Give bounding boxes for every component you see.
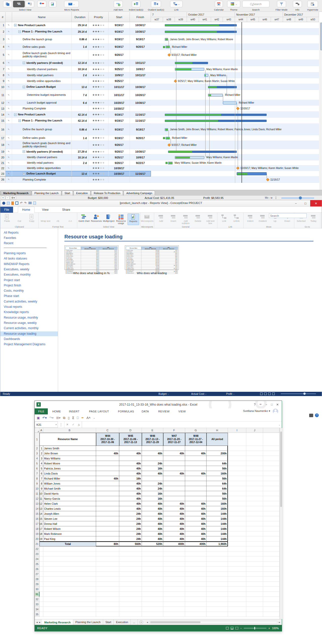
cell-empty[interactable] xyxy=(43,597,96,602)
new-doc-icon[interactable]: ▯ xyxy=(68,416,70,420)
row-header-1[interactable]: 1 xyxy=(35,433,39,446)
cell-empty[interactable] xyxy=(263,567,279,572)
column-header-start[interactable]: Start xyxy=(109,12,130,22)
ribbon-item-indent[interactable]: Indent xyxy=(245,213,256,225)
column-header-D[interactable]: D xyxy=(119,428,142,433)
cell-empty[interactable] xyxy=(263,506,279,511)
cell-resource-index[interactable]: 2 xyxy=(39,451,43,456)
cell-empty[interactable] xyxy=(228,481,246,486)
cell-hours[interactable]: 16h xyxy=(142,496,163,501)
task-row[interactable]: 22 ✎ Identify online opportunities ★★★★★… xyxy=(0,165,151,171)
row-header-18[interactable]: 18 xyxy=(35,526,39,531)
find-binoculars-icon[interactable] xyxy=(309,414,313,417)
undo-icon[interactable]: ↶▾ xyxy=(42,416,47,420)
cell-hours[interactable]: 24h xyxy=(119,511,142,516)
cell-total-hours[interactable]: 80h xyxy=(96,541,119,546)
cell-empty[interactable] xyxy=(228,536,246,541)
cell-empty[interactable] xyxy=(246,592,263,597)
task-row[interactable]: 13 ✎ Planning Complete ★★★★★ 10/30/17 xyxy=(0,106,151,112)
cell-hours[interactable] xyxy=(96,526,119,531)
cell-empty[interactable] xyxy=(142,602,163,607)
cell-resource-index[interactable]: 14 xyxy=(39,511,43,516)
task-row[interactable]: 6 ✎ −Identify partners (if needed) 12.14… xyxy=(0,60,151,66)
gantt-bar[interactable] xyxy=(175,68,204,71)
cell-empty[interactable] xyxy=(228,496,246,501)
collapse-toggle[interactable]: − xyxy=(23,86,25,88)
cell-hours[interactable] xyxy=(96,466,119,471)
ribbon-item-cut[interactable]: Cut xyxy=(14,213,25,225)
cell-empty[interactable] xyxy=(246,541,263,546)
column-header-B[interactable]: B xyxy=(43,428,96,433)
excel-tab-home[interactable]: HOME xyxy=(50,408,63,414)
filter-mode-button[interactable] xyxy=(277,1,286,7)
cell-hours[interactable] xyxy=(207,446,228,451)
cell-empty[interactable] xyxy=(142,612,163,617)
gantt-bar[interactable] xyxy=(165,128,168,131)
cell-empty[interactable] xyxy=(246,433,263,446)
cell-empty[interactable] xyxy=(119,556,142,562)
sidebar-item-current-activities-weekly[interactable]: Current activities, weekly xyxy=(4,299,56,304)
ribbon-tab-share[interactable]: Share xyxy=(58,207,74,213)
cell-empty[interactable] xyxy=(263,433,279,446)
cell-empty[interactable] xyxy=(119,592,142,597)
help-icon[interactable]: ? xyxy=(254,403,256,406)
cell-hours[interactable]: 40h xyxy=(185,501,207,506)
cell-empty[interactable] xyxy=(163,592,185,597)
row-header-8[interactable]: 8 xyxy=(35,476,39,481)
cell-hours[interactable]: 16h xyxy=(119,476,142,481)
cell-empty[interactable] xyxy=(263,516,279,521)
cell-empty[interactable] xyxy=(228,456,246,461)
cell-empty[interactable] xyxy=(43,607,96,612)
ribbon-item-resources[interactable]: Resources xyxy=(91,213,102,225)
cell-empty[interactable] xyxy=(207,562,228,567)
cell-resource-index[interactable]: 12 xyxy=(39,501,43,506)
cell-empty[interactable] xyxy=(207,597,228,602)
cell-hours[interactable] xyxy=(96,501,119,506)
collapse-toggle[interactable]: − xyxy=(18,119,21,122)
row-header-13[interactable]: 13 xyxy=(35,501,39,506)
edit-icon[interactable]: ✎ xyxy=(6,22,12,28)
gantt-bar[interactable] xyxy=(204,74,208,77)
cell-hours[interactable]: 24h xyxy=(142,481,163,486)
sidebar-item-project-finish[interactable]: Project finish xyxy=(4,283,56,288)
task-row[interactable]: 11 ✎ Determine budget requirements 7 d ★… xyxy=(0,90,151,100)
sidebar-item-all-tasks-statuses[interactable]: All tasks statuses xyxy=(4,256,56,261)
row-header-21[interactable]: 21 xyxy=(35,541,39,546)
cell-resource-name[interactable]: William Jones xyxy=(43,481,96,486)
cell-empty[interactable] xyxy=(263,446,279,451)
row-header-10[interactable]: 10 xyxy=(35,486,39,491)
cell-empty[interactable] xyxy=(263,562,279,567)
cell-empty[interactable] xyxy=(96,612,119,617)
cell-empty[interactable] xyxy=(246,521,263,526)
select-view-gantt-button[interactable] xyxy=(13,1,25,7)
cell-total-hours[interactable]: 400h xyxy=(163,541,185,546)
cell-empty[interactable] xyxy=(207,567,228,572)
cell-empty[interactable] xyxy=(246,451,263,456)
collapse-toggle[interactable]: − xyxy=(14,113,17,116)
cell-resource-name[interactable]: James Smith xyxy=(43,446,96,451)
page-tab-planning-the-launch[interactable]: Planning the Launch xyxy=(32,191,61,195)
row-header-15[interactable]: 15 xyxy=(35,511,39,516)
cell-empty[interactable] xyxy=(142,567,163,572)
cell-empty[interactable] xyxy=(39,556,43,562)
cell-empty[interactable] xyxy=(39,567,43,572)
cell-empty[interactable] xyxy=(43,577,96,582)
cell-empty[interactable] xyxy=(43,587,96,592)
cell-empty[interactable] xyxy=(228,592,246,597)
task-row[interactable]: 1 ✎ −New Product Launch 29.14 d ★★★★★ 9/… xyxy=(0,22,151,28)
edit-icon[interactable]: ✎ xyxy=(6,112,12,117)
cell-empty[interactable] xyxy=(119,582,142,587)
cell-empty[interactable] xyxy=(185,612,207,617)
cell-empty[interactable] xyxy=(43,562,96,567)
cell-hours[interactable]: 144h xyxy=(207,531,228,536)
edit-icon[interactable]: ✎ xyxy=(6,124,12,135)
cell-empty[interactable] xyxy=(163,582,185,587)
cell-empty[interactable] xyxy=(163,567,185,572)
cell-empty[interactable] xyxy=(163,587,185,592)
gantt-bar[interactable] xyxy=(208,94,223,97)
cell-hours[interactable]: 56h xyxy=(207,466,228,471)
cell-empty[interactable] xyxy=(96,607,119,612)
cell-hours[interactable]: 40h xyxy=(185,506,207,511)
column-header-name[interactable]: Name xyxy=(12,12,72,22)
cell-empty[interactable] xyxy=(263,511,279,516)
